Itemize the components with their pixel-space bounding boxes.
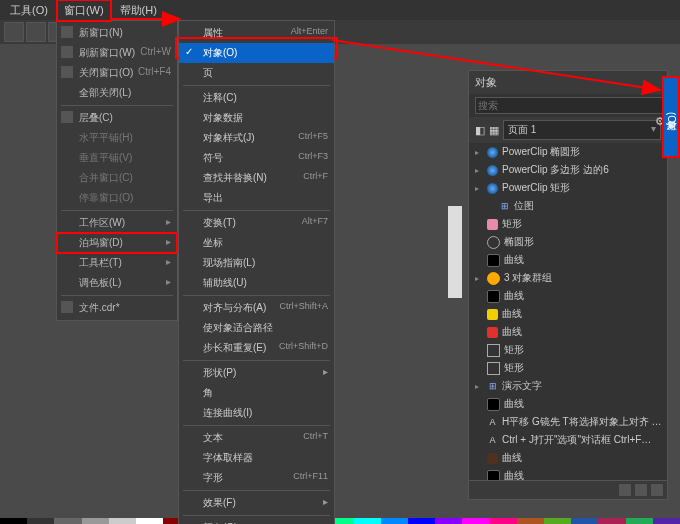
window-menu: 新窗口(N)刷新窗口(W)Ctrl+W关闭窗口(O)Ctrl+F4全部关闭(L)… — [56, 20, 178, 321]
object-item[interactable]: ▸PowerClip 矩形 — [469, 179, 667, 197]
swatch-color[interactable] — [354, 518, 381, 524]
swatch-color[interactable] — [598, 518, 625, 524]
object-item[interactable]: 曲线 — [469, 287, 667, 305]
object-item[interactable]: 曲线 — [469, 251, 667, 269]
menu-item[interactable]: 工作区(W)▸ — [57, 213, 177, 233]
objects-list: ▸PowerClip 椭圆形▸PowerClip 多边形 边的6▸PowerCl… — [469, 143, 667, 480]
menu-item[interactable]: 层叠(C) — [57, 108, 177, 128]
submenu-item[interactable]: 符号Ctrl+F3 — [179, 148, 334, 168]
submenu-item[interactable]: 对象数据 — [179, 108, 334, 128]
docked-tab-objects[interactable]: 对象(O) — [662, 76, 680, 158]
menu-window[interactable]: 窗口(W) — [56, 0, 112, 22]
submenu-item[interactable]: 使对象适合路径 — [179, 318, 334, 338]
color-swatch-bar — [0, 518, 680, 524]
menu-item[interactable]: 刷新窗口(W)Ctrl+W — [57, 43, 177, 63]
swatch-color[interactable] — [109, 518, 136, 524]
submenu-item[interactable]: 对齐与分布(A)Ctrl+Shift+A — [179, 298, 334, 318]
submenu-item[interactable]: 角 — [179, 383, 334, 403]
submenu-item[interactable]: 连接曲线(I) — [179, 403, 334, 423]
search-input[interactable] — [475, 97, 667, 114]
swatch-color[interactable] — [653, 518, 680, 524]
menu-tools[interactable]: 工具(O) — [4, 1, 54, 20]
submenu-item[interactable]: 导出 — [179, 188, 334, 208]
swatch-color[interactable] — [490, 518, 517, 524]
swatch-color[interactable] — [544, 518, 571, 524]
submenu-item[interactable]: 现场指南(L) — [179, 253, 334, 273]
object-item[interactable]: 曲线 — [469, 449, 667, 467]
submenu-item[interactable]: 属性Alt+Enter — [179, 23, 334, 43]
swatch-color[interactable] — [408, 518, 435, 524]
panel-footer — [469, 480, 667, 499]
menu-item[interactable]: 停靠窗口(O) — [57, 188, 177, 208]
swatch-color[interactable] — [27, 518, 54, 524]
object-item[interactable]: ▸⊞演示文字 — [469, 377, 667, 395]
submenu-item[interactable]: 文本Ctrl+T — [179, 428, 334, 448]
tool-icon[interactable] — [26, 22, 46, 42]
submenu-item[interactable]: 字体取样器 — [179, 448, 334, 468]
submenu-item[interactable]: 效果(F)▸ — [179, 493, 334, 513]
object-item[interactable]: ▸3 对象群组 — [469, 269, 667, 287]
submenu-item[interactable]: 步长和重复(E)Ctrl+Shift+D — [179, 338, 334, 358]
submenu-item[interactable]: 页 — [179, 63, 334, 83]
menu-help[interactable]: 帮助(H) — [114, 1, 163, 20]
menu-item[interactable]: 关闭窗口(O)Ctrl+F4 — [57, 63, 177, 83]
menubar: 工具(O) 窗口(W) 帮助(H) — [0, 0, 680, 20]
swatch-color[interactable] — [0, 518, 27, 524]
submenu-item[interactable]: 辅助线(U) — [179, 273, 334, 293]
object-item[interactable]: ACtrl + J打开"选项"对话框 Ctrl+F… — [469, 431, 667, 449]
submenu-item[interactable]: 注释(C) — [179, 88, 334, 108]
trash-icon[interactable] — [651, 484, 663, 496]
object-item[interactable]: ⊞位图 — [469, 197, 667, 215]
panel-title: 对象 — [469, 71, 667, 94]
swatch-color[interactable] — [82, 518, 109, 524]
panel-search — [469, 94, 667, 117]
submenu-item[interactable]: 字形Ctrl+F11 — [179, 468, 334, 488]
object-item[interactable]: 曲线 — [469, 467, 667, 480]
submenu-item[interactable]: ✓对象(O) — [179, 43, 334, 63]
swatch-color[interactable] — [626, 518, 653, 524]
object-item[interactable]: 曲线 — [469, 305, 667, 323]
dockers-submenu: 属性Alt+Enter✓对象(O)页注释(C)对象数据对象样式(J)Ctrl+F… — [178, 20, 335, 524]
menu-item[interactable]: 泊坞窗(D)▸ — [57, 233, 177, 253]
page-icon[interactable]: ▦ — [489, 124, 499, 137]
page-select[interactable]: 页面 1 — [503, 120, 661, 140]
swatch-color[interactable] — [136, 518, 163, 524]
submenu-item[interactable]: 查找并替换(N)Ctrl+F — [179, 168, 334, 188]
menu-item[interactable]: 合并窗口(C) — [57, 168, 177, 188]
layers-icon[interactable]: ◧ — [475, 124, 485, 137]
swatch-color[interactable] — [54, 518, 81, 524]
swatch-color[interactable] — [517, 518, 544, 524]
menu-item[interactable]: 文件.cdr* — [57, 298, 177, 318]
menu-item[interactable]: 调色板(L)▸ — [57, 273, 177, 293]
object-item[interactable]: AH平移 G镜先 T将选择对象上对齐 B… — [469, 413, 667, 431]
submenu-item[interactable]: 对象样式(J)Ctrl+F5 — [179, 128, 334, 148]
swatch-color[interactable] — [571, 518, 598, 524]
swatch-color[interactable] — [381, 518, 408, 524]
submenu-item[interactable]: 形状(P)▸ — [179, 363, 334, 383]
page-selector-row: ◧ ▦ 页面 1 — [469, 117, 667, 143]
object-item[interactable]: 曲线 — [469, 323, 667, 341]
submenu-item[interactable]: 颜色(O) — [179, 518, 334, 524]
submenu-item[interactable]: 坐标 — [179, 233, 334, 253]
menu-item[interactable]: 工具栏(T)▸ — [57, 253, 177, 273]
submenu-item[interactable]: 变换(T)Alt+F7 — [179, 213, 334, 233]
menu-item[interactable]: 垂直平铺(V) — [57, 148, 177, 168]
object-item[interactable]: 椭圆形 — [469, 233, 667, 251]
object-item[interactable]: ▸PowerClip 多边形 边的6 — [469, 161, 667, 179]
object-item[interactable]: 矩形 — [469, 359, 667, 377]
swatch-color[interactable] — [435, 518, 462, 524]
object-item[interactable]: 矩形 — [469, 341, 667, 359]
tool-icon[interactable] — [4, 22, 24, 42]
swatch-color[interactable] — [462, 518, 489, 524]
menu-item[interactable]: 水平平铺(H) — [57, 128, 177, 148]
object-item[interactable]: 曲线 — [469, 395, 667, 413]
objects-panel: 对象 ◧ ▦ 页面 1 ⚙ ▸PowerClip 椭圆形▸PowerClip 多… — [468, 70, 668, 500]
footer-icon[interactable] — [635, 484, 647, 496]
object-item[interactable]: ▸PowerClip 椭圆形 — [469, 143, 667, 161]
footer-icon[interactable] — [619, 484, 631, 496]
canvas-object — [448, 206, 462, 298]
menu-item[interactable]: 全部关闭(L) — [57, 83, 177, 103]
object-item[interactable]: 矩形 — [469, 215, 667, 233]
menu-item[interactable]: 新窗口(N) — [57, 23, 177, 43]
